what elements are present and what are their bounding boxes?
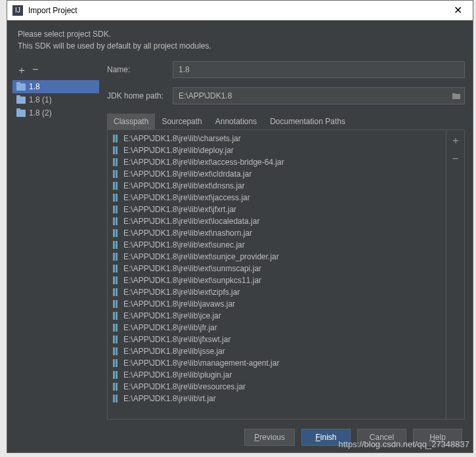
svg-rect-45 bbox=[116, 395, 118, 403]
header-text: Please select project SDK. This SDK will… bbox=[7, 20, 473, 58]
tab-annotations[interactable]: Annotations bbox=[209, 114, 263, 129]
svg-rect-35 bbox=[116, 336, 118, 343]
svg-rect-31 bbox=[116, 312, 118, 320]
remove-classpath-button[interactable]: − bbox=[452, 153, 458, 165]
path-label: JDK home path: bbox=[107, 91, 173, 100]
add-classpath-button[interactable]: ＋ bbox=[450, 134, 461, 148]
classpath-item[interactable]: E:\APP\JDK1.8\jre\lib\ext\sunmscapi.jar bbox=[108, 263, 446, 274]
path-row: JDK home path: bbox=[107, 87, 465, 104]
classpath-item[interactable]: E:\APP\JDK1.8\jre\lib\jfxswt.jar bbox=[108, 334, 446, 345]
jar-icon bbox=[112, 347, 119, 356]
classpath-item[interactable]: E:\APP\JDK1.8\jre\lib\ext\zipfs.jar bbox=[108, 286, 446, 298]
svg-rect-4 bbox=[113, 158, 115, 166]
classpath-item[interactable]: E:\APP\JDK1.8\jre\lib\jce.jar bbox=[108, 310, 446, 322]
jar-icon bbox=[112, 252, 119, 261]
svg-rect-10 bbox=[113, 194, 115, 202]
jar-icon bbox=[112, 134, 119, 143]
classpath-item[interactable]: E:\APP\JDK1.8\jre\lib\rt.jar bbox=[108, 393, 446, 404]
svg-rect-17 bbox=[116, 229, 118, 237]
svg-rect-14 bbox=[113, 217, 115, 225]
right-panel: Name: JDK home path: ClasspathSourcepath… bbox=[102, 58, 470, 422]
jar-icon bbox=[112, 311, 119, 320]
classpath-item[interactable]: E:\APP\JDK1.8\jre\lib\ext\cldrdata.jar bbox=[108, 168, 446, 180]
classpath-path: E:\APP\JDK1.8\jre\lib\ext\sunmscapi.jar bbox=[123, 264, 261, 273]
svg-rect-40 bbox=[113, 371, 115, 379]
jar-icon bbox=[112, 323, 119, 332]
classpath-item[interactable]: E:\APP\JDK1.8\jre\lib\ext\sunpkcs11.jar bbox=[108, 274, 446, 286]
classpath-item[interactable]: E:\APP\JDK1.8\jre\lib\ext\jaccess.jar bbox=[108, 192, 446, 204]
sdk-item-label: 1.8 bbox=[29, 82, 40, 91]
dialog-content: Please select project SDK. This SDK will… bbox=[7, 20, 473, 452]
svg-rect-2 bbox=[113, 146, 115, 154]
jar-icon bbox=[112, 382, 119, 391]
sdk-tree-item[interactable]: 1.8 (2) bbox=[12, 106, 99, 120]
app-icon: IJ bbox=[12, 5, 23, 16]
remove-sdk-button[interactable]: − bbox=[32, 64, 38, 77]
finish-button[interactable]: Finish bbox=[301, 429, 351, 446]
classpath-item[interactable]: E:\APP\JDK1.8\jre\lib\ext\access-bridge-… bbox=[108, 156, 446, 168]
previous-button[interactable]: Previous bbox=[244, 429, 295, 446]
tab-classpath[interactable]: Classpath bbox=[107, 114, 155, 129]
classpath-item[interactable]: E:\APP\JDK1.8\jre\lib\charsets.jar bbox=[108, 133, 446, 144]
svg-rect-8 bbox=[113, 182, 115, 190]
svg-rect-30 bbox=[113, 312, 115, 320]
svg-rect-36 bbox=[113, 347, 115, 355]
sdk-tree-item[interactable]: 1.8 bbox=[12, 80, 99, 93]
svg-rect-7 bbox=[116, 170, 118, 178]
sdk-tree: 1.81.8 (1)1.8 (2) bbox=[12, 80, 99, 120]
tab-documentation-paths[interactable]: Documentation Paths bbox=[263, 114, 352, 129]
add-sdk-button[interactable]: ＋ bbox=[16, 64, 27, 77]
classpath-path: E:\APP\JDK1.8\jre\lib\ext\jfxrt.jar bbox=[123, 205, 236, 214]
svg-rect-1 bbox=[116, 135, 118, 142]
svg-rect-13 bbox=[116, 206, 118, 213]
classpath-item[interactable]: E:\APP\JDK1.8\jre\lib\ext\sunec.jar bbox=[108, 239, 446, 251]
svg-rect-37 bbox=[116, 347, 118, 355]
import-project-dialog: IJ Import Project ✕ Please select projec… bbox=[7, 0, 473, 453]
jar-icon bbox=[112, 359, 119, 368]
classpath-item[interactable]: E:\APP\JDK1.8\jre\lib\jsse.jar bbox=[108, 345, 446, 357]
svg-rect-6 bbox=[113, 170, 115, 178]
svg-rect-27 bbox=[116, 288, 118, 296]
path-input[interactable] bbox=[173, 89, 448, 103]
button-bar: Previous Finish Cancel Help bbox=[7, 422, 473, 452]
classpath-path: E:\APP\JDK1.8\jre\lib\ext\dnsns.jar bbox=[123, 181, 245, 190]
classpath-list[interactable]: E:\APP\JDK1.8\jre\lib\charsets.jarE:\APP… bbox=[108, 130, 446, 419]
svg-rect-44 bbox=[113, 395, 115, 403]
classpath-item[interactable]: E:\APP\JDK1.8\jre\lib\ext\dnsns.jar bbox=[108, 180, 446, 192]
header-line1: Please select project SDK. bbox=[18, 28, 462, 40]
classpath-item[interactable]: E:\APP\JDK1.8\jre\lib\jfr.jar bbox=[108, 322, 446, 334]
classpath-path: E:\APP\JDK1.8\jre\lib\ext\access-bridge-… bbox=[123, 158, 284, 167]
titlebar: IJ Import Project ✕ bbox=[7, 1, 473, 20]
classpath-item[interactable]: E:\APP\JDK1.8\jre\lib\deploy.jar bbox=[108, 144, 446, 156]
classpath-item[interactable]: E:\APP\JDK1.8\jre\lib\ext\jfxrt.jar bbox=[108, 204, 446, 215]
help-button[interactable]: Help bbox=[413, 429, 462, 446]
browse-folder-icon[interactable] bbox=[448, 92, 464, 100]
jar-icon bbox=[112, 276, 119, 285]
classpath-item[interactable]: E:\APP\JDK1.8\jre\lib\ext\nashorn.jar bbox=[108, 227, 446, 239]
close-button[interactable]: ✕ bbox=[448, 1, 467, 20]
svg-rect-11 bbox=[116, 194, 118, 202]
classpath-item[interactable]: E:\APP\JDK1.8\jre\lib\ext\sunjce_provide… bbox=[108, 251, 446, 263]
svg-rect-42 bbox=[113, 383, 115, 391]
name-input[interactable] bbox=[173, 61, 465, 78]
sdk-item-label: 1.8 (2) bbox=[29, 108, 52, 118]
classpath-item[interactable]: E:\APP\JDK1.8\jre\lib\javaws.jar bbox=[108, 298, 446, 310]
classpath-path: E:\APP\JDK1.8\jre\lib\ext\sunjce_provide… bbox=[123, 252, 279, 261]
classpath-item[interactable]: E:\APP\JDK1.8\jre\lib\ext\localedata.jar bbox=[108, 215, 446, 227]
classpath-path: E:\APP\JDK1.8\jre\lib\ext\sunpkcs11.jar bbox=[123, 276, 261, 285]
sdk-tree-item[interactable]: 1.8 (1) bbox=[12, 93, 99, 106]
jar-icon bbox=[112, 146, 119, 155]
classpath-item[interactable]: E:\APP\JDK1.8\jre\lib\plugin.jar bbox=[108, 369, 446, 381]
classpath-path: E:\APP\JDK1.8\jre\lib\ext\zipfs.jar bbox=[123, 288, 240, 297]
classpath-path: E:\APP\JDK1.8\jre\lib\resources.jar bbox=[123, 382, 246, 391]
classpath-item[interactable]: E:\APP\JDK1.8\jre\lib\management-agent.j… bbox=[108, 357, 446, 369]
svg-rect-18 bbox=[113, 241, 115, 249]
jar-icon bbox=[112, 229, 119, 238]
classpath-item[interactable]: E:\APP\JDK1.8\jre\lib\resources.jar bbox=[108, 381, 446, 393]
window-title: Import Project bbox=[28, 6, 448, 15]
tab-sourcepath[interactable]: Sourcepath bbox=[155, 114, 208, 129]
svg-rect-26 bbox=[113, 288, 115, 296]
header-line2: This SDK will be used by default by all … bbox=[18, 40, 462, 52]
finish-label: inish bbox=[320, 433, 337, 442]
cancel-button[interactable]: Cancel bbox=[357, 429, 406, 446]
